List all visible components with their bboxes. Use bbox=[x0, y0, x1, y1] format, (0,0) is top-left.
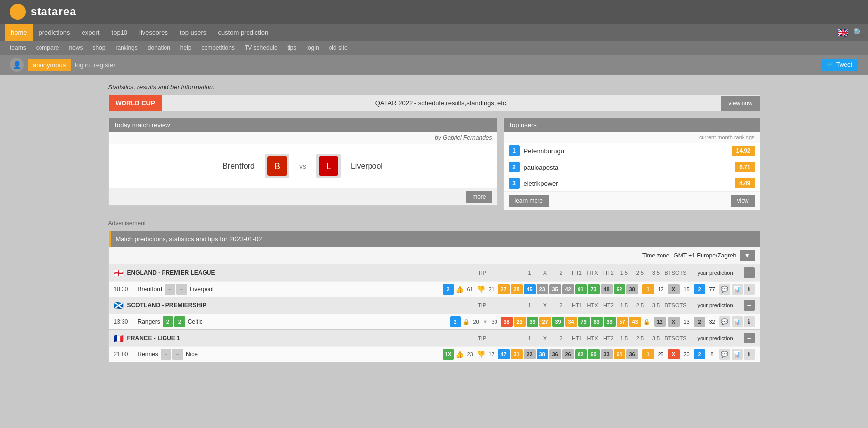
collapse-scotland-button[interactable]: − bbox=[744, 300, 755, 311]
info-icon-2[interactable]: ℹ bbox=[744, 316, 755, 327]
nav-news[interactable]: news bbox=[64, 41, 87, 55]
england-flag-icon: 🏴󠁧󠁢󠁥󠁮󠁧󠁿 bbox=[114, 268, 124, 278]
nav-teams[interactable]: teams bbox=[5, 41, 31, 55]
top-user-score-1: 14.92 bbox=[732, 146, 754, 156]
stat-cells-1: 27 28 45 23 35 42 91 73 48 62 38 bbox=[498, 284, 638, 294]
top-users-meta: current month rankings bbox=[504, 132, 760, 143]
match-score-1: − − bbox=[165, 284, 187, 295]
match-time-3: 21:00 bbox=[114, 351, 136, 358]
nav-old-site[interactable]: old site bbox=[324, 41, 353, 55]
info-icon-3[interactable]: ℹ bbox=[744, 349, 755, 360]
chat-icon-1[interactable]: 💬 bbox=[719, 284, 730, 295]
nav-donation[interactable]: donation bbox=[143, 41, 175, 55]
tweet-button[interactable]: 🐦 Tweet bbox=[821, 59, 858, 71]
user-name-button[interactable]: anonymous bbox=[28, 59, 71, 71]
more-button[interactable]: more bbox=[466, 191, 492, 203]
result3-2-count: 8 bbox=[707, 351, 717, 357]
nav-competitions[interactable]: competitions bbox=[197, 41, 240, 55]
timezone-value: GMT +1 Europe/Zagreb bbox=[673, 252, 736, 259]
away-score-1: − bbox=[176, 284, 187, 295]
main-content: Statistics, results and bet information.… bbox=[103, 75, 765, 373]
nav-tips[interactable]: tips bbox=[283, 41, 302, 55]
chart-icon-2[interactable]: 📊 bbox=[732, 316, 743, 327]
nav-custom-prediction[interactable]: custom prediction bbox=[212, 24, 274, 41]
search-button[interactable]: 🔍 bbox=[853, 28, 863, 37]
nav-tv-schedule[interactable]: TV schedule bbox=[240, 41, 283, 55]
collapse-france-button[interactable]: − bbox=[744, 333, 755, 343]
tip-badge-3: 1X bbox=[443, 349, 454, 360]
league-row-scotland: 🏴󠁧󠁢󠁳󠁣󠁴󠁿 SCOTLAND - PREMIERSHIP TIP 1 X 2… bbox=[109, 297, 760, 314]
col-labels-scotland: TIP 1 X 2 HT1 HTX HT2 1.5 2.5 3.5 BTSOTS bbox=[475, 302, 686, 308]
chart-icon-1[interactable]: 📊 bbox=[732, 284, 743, 295]
nav-home[interactable]: home bbox=[5, 24, 33, 41]
away-team-1: Liverpool bbox=[190, 286, 214, 293]
result-1-count: 12 bbox=[656, 286, 666, 292]
view-now-button[interactable]: view now bbox=[721, 96, 759, 111]
register-button[interactable]: register bbox=[94, 61, 115, 69]
nav-help[interactable]: help bbox=[175, 41, 197, 55]
svg-text:B: B bbox=[274, 161, 280, 171]
home-team-3: Rennes bbox=[138, 351, 158, 358]
stat2-27: 27 bbox=[539, 317, 551, 327]
home-score-3: − bbox=[161, 349, 171, 360]
league-row-england: 🏴󠁧󠁢󠁥󠁮󠁧󠁿 ENGLAND - PREMIER LEAGUE TIP 1 X… bbox=[109, 264, 760, 281]
thumbs-down-icon-3: 👎 bbox=[477, 350, 485, 358]
advertisement: Advertisement bbox=[108, 216, 760, 231]
rank-badge-1: 1 bbox=[509, 145, 520, 156]
rank-badge-2: 2 bbox=[509, 162, 520, 172]
info-icon-1[interactable]: ℹ bbox=[744, 284, 755, 295]
result3-x-count: 20 bbox=[682, 351, 692, 357]
stat3-60: 60 bbox=[588, 349, 600, 359]
nav-livescores[interactable]: livescores bbox=[133, 24, 174, 41]
nav-top-users[interactable]: top users bbox=[174, 24, 212, 41]
nav-predictions[interactable]: predictions bbox=[33, 24, 76, 41]
thumbs-down-count-1: 21 bbox=[487, 286, 496, 292]
chat-icon-2[interactable]: 💬 bbox=[719, 316, 730, 327]
stat-45: 45 bbox=[524, 284, 536, 294]
thumbs-up-count-1: 61 bbox=[466, 286, 475, 292]
chart-icon-3[interactable]: 📊 bbox=[732, 349, 743, 360]
match-time-2: 13:30 bbox=[114, 318, 136, 325]
match-review-author: by Gabriel Fernandes bbox=[109, 132, 497, 144]
site-name: statarea bbox=[31, 5, 76, 18]
match-review-col: Today match review by Gabriel Fernandes … bbox=[108, 117, 497, 210]
rank-badge-3: 3 bbox=[509, 178, 520, 189]
stat-23: 23 bbox=[537, 284, 548, 294]
match-score-3: − − bbox=[161, 349, 183, 360]
nav-login[interactable]: login bbox=[301, 41, 324, 55]
result-1-badge: 1 bbox=[642, 284, 654, 294]
chat-icon-3[interactable]: 💬 bbox=[719, 349, 730, 360]
nav-rankings[interactable]: rankings bbox=[110, 41, 142, 55]
nav-compare[interactable]: compare bbox=[31, 41, 64, 55]
logo-icon bbox=[10, 4, 26, 20]
france-flag-icon: 🇫🇷 bbox=[114, 334, 124, 343]
svg-text:L: L bbox=[326, 161, 331, 171]
stat-73: 73 bbox=[588, 284, 600, 294]
timezone-label: Time zone bbox=[642, 252, 670, 259]
predictions-header: Match predictions, statistics and tips f… bbox=[109, 231, 760, 247]
away-team-2: Celtic bbox=[188, 318, 203, 325]
nav-expert[interactable]: expert bbox=[76, 24, 105, 41]
home-team-name: Brentford bbox=[222, 162, 255, 171]
twitter-icon: 🐦 bbox=[827, 61, 834, 68]
avatar-icon: 👤 bbox=[10, 58, 24, 72]
language-flag-icon[interactable]: 🇬🇧 bbox=[837, 27, 848, 38]
learn-more-button[interactable]: learn more bbox=[509, 195, 549, 207]
stat-62: 62 bbox=[614, 284, 625, 294]
top-users-col: Top users current month rankings 1 Peter… bbox=[503, 117, 760, 210]
view-button[interactable]: view bbox=[731, 195, 754, 207]
timezone-dropdown-button[interactable]: ▼ bbox=[740, 250, 754, 261]
nav-shop[interactable]: shop bbox=[87, 41, 110, 55]
collapse-england-button[interactable]: − bbox=[744, 267, 755, 278]
tip-badge-2: 2 bbox=[450, 316, 461, 327]
nav-right: 🇬🇧 🔍 bbox=[837, 27, 863, 38]
lock-icon-2b: 🔒 bbox=[643, 319, 650, 325]
lock-icon-2: 🔒 bbox=[463, 319, 470, 325]
nav-top10[interactable]: top10 bbox=[106, 24, 134, 41]
stat3-64: 64 bbox=[614, 349, 625, 359]
login-button[interactable]: log in bbox=[75, 61, 90, 69]
match-teams-3: Rennes − − Nice bbox=[138, 349, 441, 360]
england-league-name: ENGLAND - PREMIER LEAGUE bbox=[127, 269, 471, 276]
scotland-flag-icon: 🏴󠁧󠁢󠁳󠁣󠁴󠁿 bbox=[114, 301, 124, 310]
stat2-57: 57 bbox=[617, 317, 628, 327]
